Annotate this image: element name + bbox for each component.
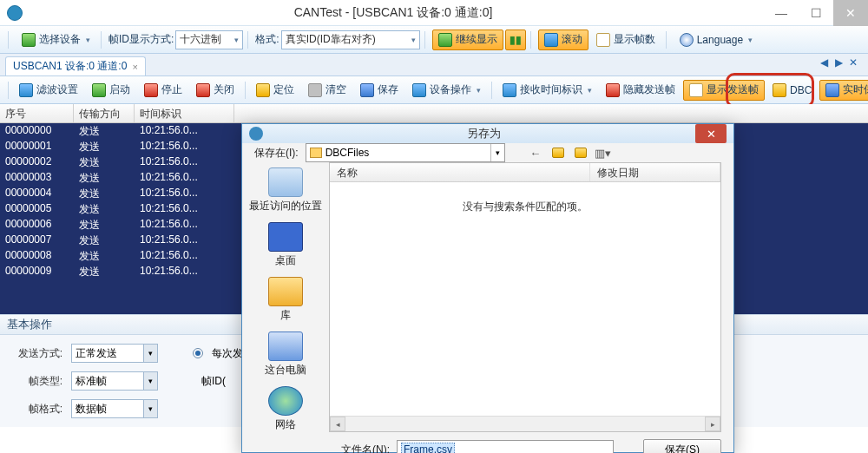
tab-channel[interactable]: USBCAN1 设备:0 通道:0 × bbox=[5, 56, 146, 76]
maximize-button[interactable]: ☐ bbox=[799, 0, 833, 26]
chevron-down-icon: ▾ bbox=[490, 144, 504, 161]
col-index[interactable]: 序号 bbox=[0, 104, 74, 122]
frame-format-select[interactable]: 数据帧▾ bbox=[71, 399, 158, 418]
tab-nav-arrows[interactable]: ◀ ▶ ✕ bbox=[820, 56, 859, 69]
main-toolbar: 选择设备 ▾ 帧ID显示方式: 十六进制 ▾ 格式: 真实ID(ID靠右对齐) … bbox=[0, 26, 868, 54]
tab-label: USBCAN1 设备:0 通道:0 bbox=[13, 59, 127, 74]
up-button[interactable] bbox=[550, 145, 566, 161]
save-in-label: 保存在(I): bbox=[254, 146, 299, 161]
close-button[interactable]: ✕ bbox=[833, 0, 868, 26]
app-icon bbox=[7, 5, 23, 21]
empty-message: 没有与搜索条件匹配的项。 bbox=[330, 182, 720, 416]
col-direction[interactable]: 传输方向 bbox=[74, 104, 135, 122]
save-button[interactable]: 保存 bbox=[354, 80, 404, 101]
grid-header: 序号 传输方向 时间标识 bbox=[0, 104, 868, 123]
channel-toolbar: 滤波设置 启动 停止 关闭 定位 清空 保存 设备操作▾ 接收时间标识▾ 隐藏发… bbox=[0, 76, 868, 104]
folder-combo[interactable]: DBCFiles ▾ bbox=[306, 143, 505, 162]
place-recent[interactable]: 最近访问的位置 bbox=[249, 167, 322, 213]
select-device-button[interactable]: 选择设备 ▾ bbox=[16, 30, 96, 50]
globe-icon bbox=[680, 33, 694, 47]
realtime-save-button[interactable]: 实时保存 bbox=[819, 80, 868, 101]
show-send-button[interactable]: 显示发送帧 bbox=[683, 80, 765, 101]
scroll-button[interactable]: 滚动 bbox=[538, 30, 589, 50]
save-icon bbox=[360, 83, 374, 97]
tab-strip: USBCAN1 设备:0 通道:0 × ◀ ▶ ✕ bbox=[0, 54, 868, 76]
send-mode-select[interactable]: 正常发送▾ bbox=[71, 344, 158, 363]
device-ops-button[interactable]: 设备操作▾ bbox=[406, 80, 487, 101]
col-time[interactable]: 时间标识 bbox=[135, 104, 234, 122]
dbc-button[interactable]: DBC bbox=[766, 80, 818, 101]
stop-button[interactable]: 停止 bbox=[138, 80, 188, 101]
frame-id-disp-select[interactable]: 十六进制 ▾ bbox=[175, 30, 243, 49]
gear-icon bbox=[412, 83, 426, 97]
place-thispc[interactable]: 这台电脑 bbox=[265, 332, 306, 378]
new-folder-button[interactable] bbox=[573, 145, 589, 161]
filename-value: Frame.csv bbox=[401, 443, 455, 453]
window-title: CANTest - [USBCAN1 设备:0 通道:0] bbox=[23, 5, 764, 21]
back-button[interactable]: ← bbox=[528, 145, 543, 161]
clock-icon bbox=[503, 83, 516, 97]
play-icon bbox=[438, 33, 452, 47]
col-date[interactable]: 修改日期 bbox=[590, 163, 720, 181]
dialog-close-button[interactable]: ✕ bbox=[695, 124, 727, 143]
locate-button[interactable]: 定位 bbox=[250, 80, 300, 101]
locate-icon bbox=[256, 83, 270, 97]
disk-icon bbox=[825, 83, 839, 97]
save-file-button[interactable]: 保存(S) bbox=[643, 439, 721, 453]
save-as-dialog: 另存为 ✕ 保存在(I): DBCFiles ▾ ← ▥▾ 最近访问的位置 桌面… bbox=[241, 123, 734, 453]
dialog-app-icon bbox=[249, 127, 263, 141]
clear-button[interactable]: 清空 bbox=[302, 80, 352, 101]
dialog-location-bar: 保存在(I): DBCFiles ▾ ← ▥▾ bbox=[242, 143, 733, 162]
scroll-icon bbox=[544, 33, 558, 47]
dialog-bottom: 文件名(N): Frame.csv 保存(S) bbox=[242, 432, 733, 453]
frame-type-label: 帧类型: bbox=[12, 374, 62, 389]
filename-label: 文件名(N): bbox=[341, 443, 390, 454]
dialog-titlebar[interactable]: 另存为 ✕ bbox=[242, 124, 733, 143]
start-button[interactable]: 启动 bbox=[86, 80, 136, 101]
clear-icon bbox=[308, 83, 322, 97]
device-icon bbox=[22, 33, 36, 47]
hide-icon bbox=[606, 83, 620, 97]
file-list-header: 名称 修改日期 bbox=[330, 163, 720, 182]
titlebar: CANTest - [USBCAN1 设备:0 通道:0] — ☐ ✕ bbox=[0, 0, 868, 26]
view-button[interactable]: ▥▾ bbox=[595, 145, 611, 161]
frame-id-label: 帧ID( bbox=[201, 374, 226, 389]
start-icon bbox=[92, 83, 106, 97]
select-device-label: 选择设备 bbox=[39, 32, 81, 47]
col-name[interactable]: 名称 bbox=[330, 163, 590, 181]
place-libraries[interactable]: 库 bbox=[268, 277, 303, 323]
frame-type-select[interactable]: 标准帧▾ bbox=[71, 371, 158, 391]
horizontal-scrollbar[interactable]: ◂▸ bbox=[330, 416, 720, 431]
frame-format-label: 帧格式: bbox=[12, 402, 62, 417]
show-icon bbox=[689, 83, 703, 97]
tab-close-icon[interactable]: × bbox=[132, 62, 137, 72]
places-sidebar: 最近访问的位置 桌面 库 这台电脑 网络 bbox=[242, 162, 329, 432]
send-mode-label: 发送方式: bbox=[12, 346, 62, 361]
dialog-title: 另存为 bbox=[272, 126, 695, 141]
show-count-button[interactable]: 显示帧数 bbox=[590, 30, 661, 50]
chevron-down-icon: ▾ bbox=[86, 36, 90, 44]
folder-icon bbox=[310, 148, 322, 158]
place-network[interactable]: 网络 bbox=[268, 386, 303, 432]
file-list[interactable]: 名称 修改日期 没有与搜索条件匹配的项。 ◂▸ bbox=[329, 162, 721, 432]
filename-input[interactable]: Frame.csv bbox=[397, 440, 614, 453]
close-channel-button[interactable]: 关闭 bbox=[190, 80, 240, 101]
pause-button[interactable]: ▮▮ bbox=[505, 30, 526, 50]
minimize-button[interactable]: — bbox=[764, 0, 799, 26]
dbc-icon bbox=[773, 83, 786, 97]
format-select[interactable]: 真实ID(ID靠右对齐) ▾ bbox=[281, 30, 420, 49]
language-button[interactable]: Language ▾ bbox=[674, 30, 759, 50]
hide-send-button[interactable]: 隐藏发送帧 bbox=[600, 80, 681, 101]
frame-id-disp-label: 帧ID显示方式: bbox=[108, 32, 174, 47]
close-icon bbox=[196, 83, 210, 97]
each-send-radio[interactable] bbox=[193, 348, 203, 358]
stop-icon bbox=[144, 83, 158, 97]
place-desktop[interactable]: 桌面 bbox=[268, 222, 303, 268]
folder-name: DBCFiles bbox=[326, 147, 370, 159]
continue-show-button[interactable]: 继续显示 bbox=[432, 30, 503, 50]
doc-icon bbox=[596, 33, 610, 47]
recv-time-id-button[interactable]: 接收时间标识▾ bbox=[496, 80, 598, 101]
filter-icon bbox=[19, 83, 33, 97]
filter-settings-button[interactable]: 滤波设置 bbox=[13, 80, 84, 101]
format-label: 格式: bbox=[255, 32, 279, 47]
